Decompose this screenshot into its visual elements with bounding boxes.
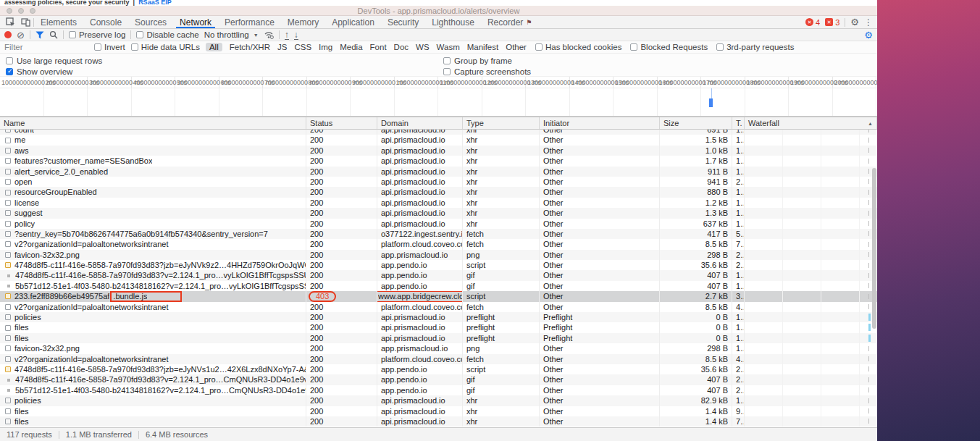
- filter-pill-fetch-xhr[interactable]: Fetch/XHR: [230, 43, 270, 51]
- column-header-status[interactable]: Status: [306, 117, 377, 129]
- column-header-type[interactable]: Type: [463, 117, 540, 129]
- tab-memory[interactable]: Memory: [281, 16, 325, 28]
- request-row[interactable]: features?customer_name=SESandBox200api.p…: [0, 156, 877, 166]
- request-row[interactable]: suggest200api.prismacloud.ioxhrOther1.3 …: [0, 208, 877, 218]
- network-overview-strip[interactable]: [0, 88, 877, 117]
- filter-checkbox-3rd-party-requests[interactable]: 3rd-party requests: [716, 43, 794, 51]
- hide-data-urls-checkbox[interactable]: Hide data URLs: [131, 43, 200, 51]
- filter-pill-ws[interactable]: WS: [416, 43, 430, 51]
- column-header-domain[interactable]: Domain: [377, 117, 463, 129]
- request-row[interactable]: alert_service_2.0_enabled200api.prismacl…: [0, 167, 877, 177]
- filter-pill-wasm[interactable]: Wasm: [437, 43, 460, 51]
- request-row[interactable]: ?sentry_key=5b704b8626744775a6a0b914fb57…: [0, 229, 877, 239]
- export-har-icon[interactable]: ↓: [294, 30, 298, 40]
- column-header-size[interactable]: Size: [660, 117, 732, 129]
- settings-gear-icon[interactable]: ⚙: [850, 17, 859, 27]
- tab-console[interactable]: Console: [83, 16, 128, 28]
- request-row[interactable]: count200api.prismacloud.ioxhrOther691 B1…: [0, 130, 877, 135]
- request-row[interactable]: policy200api.prismacloud.ioxhrOther637 k…: [0, 219, 877, 229]
- tab-recorder[interactable]: Recorder⚑: [481, 16, 538, 28]
- tab-security[interactable]: Security: [381, 16, 425, 28]
- initiator-cell: Other: [540, 260, 660, 270]
- request-row[interactable]: open200api.prismacloud.ioxhrOther941 B2…: [0, 177, 877, 187]
- network-conditions-icon[interactable]: [264, 30, 274, 39]
- request-row[interactable]: 4748d8f5-c11f-416e-5858-7a970fd93d83?jzb…: [0, 364, 877, 374]
- request-row[interactable]: favicon-32x32.png200app.prismacloud.iopn…: [0, 250, 877, 260]
- filter-pill-other[interactable]: Other: [506, 43, 527, 51]
- tab-lighthouse[interactable]: Lighthouse: [425, 16, 481, 28]
- request-row[interactable]: v2?organizationId=paloaltonetworksintran…: [0, 354, 877, 364]
- request-row[interactable]: 4748d8f5-c11f-416e-5858-7a970fd93d83?v=2…: [0, 374, 877, 385]
- show-overview-checkbox[interactable]: Show overview: [6, 67, 72, 76]
- request-row[interactable]: 5b571d12-51e1-4f03-5480-b24134818162?v=2…: [0, 281, 877, 291]
- capture-screenshots-checkbox[interactable]: Capture screenshots: [443, 67, 531, 76]
- time-cell: 2…: [732, 364, 745, 374]
- request-row[interactable]: license200api.prismacloud.ioxhrOther1.2 …: [0, 198, 877, 208]
- more-options-kebab-icon[interactable]: ⋮: [864, 18, 873, 27]
- issues-badge[interactable]: ✕ 3: [825, 18, 839, 27]
- request-row[interactable]: 233.fe2ff889b66eb49575af.bundle.js403www…: [0, 291, 877, 301]
- search-icon[interactable]: [49, 30, 58, 39]
- request-row[interactable]: resourceGroupEnabled200api.prismacloud.i…: [0, 187, 877, 197]
- clear-network-log-icon[interactable]: ⊘: [17, 30, 25, 40]
- record-network-log-button[interactable]: [4, 31, 12, 38]
- invert-checkbox[interactable]: Invert: [94, 43, 125, 51]
- filter-pill-img[interactable]: Img: [319, 43, 332, 51]
- request-row[interactable]: files200api.prismacloud.ioxhrOther1.4 kB…: [0, 416, 877, 427]
- request-row[interactable]: 4748d8f5-c11f-416e-5858-7a970fd93d83?v=2…: [0, 270, 877, 280]
- use-large-rows-checkbox[interactable]: Use large request rows: [6, 56, 102, 65]
- filter-pill-manifest[interactable]: Manifest: [467, 43, 498, 51]
- filter-pill-js[interactable]: JS: [277, 43, 287, 51]
- filter-checkbox-blocked-requests[interactable]: Blocked Requests: [630, 43, 708, 51]
- domain-cell: app.pendo.io: [377, 374, 463, 385]
- filter-funnel-icon[interactable]: [35, 31, 44, 39]
- inspect-element-icon[interactable]: [6, 17, 15, 27]
- vertical-scrollbar-thumb[interactable]: [872, 168, 876, 329]
- request-row[interactable]: aws200api.prismacloud.ioxhrOther1.0 kB1…: [0, 146, 877, 156]
- request-row[interactable]: v2?organizationId=paloaltonetworksintran…: [0, 302, 877, 312]
- page-link[interactable]: RSaaS EIP: [138, 0, 172, 6]
- type-cell: xhr: [463, 135, 540, 145]
- request-row[interactable]: 5b571d12-51e1-4f03-5480-b24134818162?v=2…: [0, 385, 877, 395]
- status-cell: 200: [306, 130, 377, 135]
- request-row[interactable]: files200api.prismacloud.iopreflightPrefl…: [0, 322, 877, 332]
- waterfall-tick: [868, 283, 870, 288]
- error-badge[interactable]: ✕ 4: [805, 18, 820, 27]
- filter-pill-font[interactable]: Font: [370, 43, 387, 51]
- filter-pill-css[interactable]: CSS: [294, 43, 311, 51]
- group-by-frame-checkbox[interactable]: Group by frame: [443, 56, 512, 65]
- throttling-dropdown[interactable]: No throttling ▼: [204, 30, 259, 39]
- request-row[interactable]: 4748d8f5-c11f-416e-5858-7a970fd93d83?jzb…: [0, 260, 877, 270]
- tab-performance[interactable]: Performance: [218, 16, 281, 28]
- column-header-initiator[interactable]: Initiator: [540, 117, 660, 129]
- filter-pill-media[interactable]: Media: [340, 43, 362, 51]
- preserve-log-checkbox[interactable]: Preserve log: [69, 30, 126, 39]
- import-har-icon[interactable]: ↑: [285, 30, 289, 40]
- request-row[interactable]: files200api.prismacloud.iopreflightPrefl…: [0, 333, 877, 343]
- doc-type-icon: [5, 335, 11, 341]
- filter-pill-doc[interactable]: Doc: [394, 43, 409, 51]
- initiator-cell: Other: [540, 239, 660, 249]
- initiator-cell: Other: [540, 130, 660, 135]
- request-row[interactable]: files200api.prismacloud.ioxhrOther1.4 kB…: [0, 406, 877, 416]
- filter-input[interactable]: [3, 43, 88, 51]
- tab-elements[interactable]: Elements: [34, 16, 83, 28]
- request-row[interactable]: favicon-32x32.png200app.prismacloud.iopn…: [0, 343, 877, 353]
- request-row[interactable]: me200api.prismacloud.ioxhrOther1.5 kB1…: [0, 135, 877, 145]
- request-row[interactable]: v2?organizationId=paloaltonetworksintran…: [0, 239, 877, 249]
- domain-cell: platform.cloud.coveo.com: [377, 239, 463, 249]
- filter-pill-all[interactable]: All: [206, 43, 222, 51]
- tab-network[interactable]: Network: [173, 16, 218, 28]
- column-header-t[interactable]: T.: [732, 117, 745, 129]
- tab-application[interactable]: Application: [325, 16, 381, 28]
- column-header-name[interactable]: Name: [0, 117, 306, 129]
- request-row[interactable]: policies200api.prismacloud.iopreflightPr…: [0, 312, 877, 322]
- device-toolbar-icon[interactable]: [21, 17, 30, 27]
- disable-cache-checkbox[interactable]: Disable cache: [136, 30, 198, 39]
- column-header-waterfall[interactable]: Waterfall▲: [745, 117, 877, 129]
- filter-checkbox-has-blocked-cookies[interactable]: Has blocked cookies: [535, 43, 621, 51]
- status-cell: 200: [306, 229, 377, 239]
- network-settings-gear-icon[interactable]: ⚙: [864, 30, 873, 41]
- request-row[interactable]: policies200api.prismacloud.ioxhrOther82.…: [0, 395, 877, 406]
- tab-sources[interactable]: Sources: [128, 16, 173, 28]
